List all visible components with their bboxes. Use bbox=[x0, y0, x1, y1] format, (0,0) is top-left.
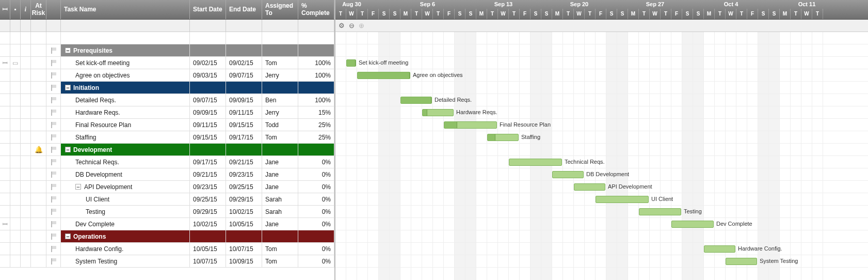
pct-complete-cell[interactable]: 25% bbox=[298, 119, 334, 131]
assigned-to-cell[interactable]: Ben bbox=[262, 94, 298, 106]
end-date-cell[interactable]: 09/02/15 bbox=[226, 57, 262, 69]
zoom-out-icon[interactable]: ⊖ bbox=[349, 22, 355, 29]
end-date-cell[interactable]: 10/09/15 bbox=[226, 255, 262, 267]
end-date-cell[interactable]: 10/07/15 bbox=[226, 243, 262, 255]
start-date-cell[interactable]: 09/23/15 bbox=[190, 181, 226, 193]
start-date-cell[interactable]: 09/29/15 bbox=[190, 206, 226, 217]
start-date-cell[interactable]: 10/02/15 bbox=[190, 218, 226, 230]
group-row[interactable]: −Initiation bbox=[0, 82, 334, 94]
group-row[interactable]: 🔔−Development bbox=[0, 144, 334, 156]
pct-complete-cell[interactable]: 0% bbox=[298, 193, 334, 205]
task-row[interactable]: Technical Reqs.09/17/1509/21/15Jane0% bbox=[0, 156, 334, 168]
task-row[interactable]: Agree on objectives09/03/1509/07/15Jerry… bbox=[0, 69, 334, 82]
end-date-cell[interactable]: 10/05/15 bbox=[226, 218, 262, 230]
gantt-bar[interactable]: Staffing bbox=[487, 134, 519, 141]
col-info[interactable]: i bbox=[21, 0, 31, 19]
end-date-cell[interactable]: 09/15/15 bbox=[226, 119, 262, 131]
col-at-risk[interactable]: At Risk bbox=[31, 0, 46, 19]
task-row[interactable]: UI Client09/25/1509/29/15Sarah0% bbox=[0, 193, 334, 206]
col-end-date[interactable]: End Date bbox=[226, 0, 262, 19]
flag-icon[interactable] bbox=[51, 196, 56, 203]
col-start-date[interactable]: Start Date bbox=[190, 0, 226, 19]
gantt-bar[interactable]: Hardware Reqs. bbox=[422, 109, 454, 116]
flag-icon[interactable] bbox=[51, 159, 56, 165]
pct-complete-cell[interactable]: 0% bbox=[298, 206, 334, 217]
gantt-body[interactable]: Set kick-off meetingAgree on objectivesD… bbox=[335, 32, 868, 280]
task-row[interactable]: Testing09/29/1510/02/15Sarah0% bbox=[0, 206, 334, 218]
flag-icon[interactable] bbox=[51, 234, 56, 240]
flag-icon[interactable] bbox=[51, 110, 56, 116]
comment-icon[interactable]: ▭ bbox=[12, 59, 18, 67]
collapse-icon[interactable]: − bbox=[65, 147, 71, 152]
end-date-cell[interactable]: 09/21/15 bbox=[226, 156, 262, 168]
gantt-bar[interactable]: System Testing bbox=[726, 258, 757, 265]
gantt-bar[interactable]: UI Client bbox=[596, 196, 649, 203]
group-row[interactable]: −Operations bbox=[0, 230, 334, 243]
group-row[interactable]: −Prerequisites bbox=[0, 44, 334, 57]
end-date-cell[interactable]: 09/17/15 bbox=[226, 131, 262, 143]
flag-icon[interactable] bbox=[51, 97, 56, 103]
flag-icon[interactable] bbox=[51, 134, 56, 141]
assigned-to-cell[interactable]: Tom bbox=[262, 131, 298, 143]
pct-complete-cell[interactable]: 0% bbox=[298, 218, 334, 230]
task-row[interactable]: −API Development09/23/1509/25/15Jane0% bbox=[0, 181, 334, 193]
start-date-cell[interactable]: 09/11/15 bbox=[190, 119, 226, 131]
task-row[interactable]: 𝄩▭Set kick-off meeting09/02/1509/02/15To… bbox=[0, 57, 334, 69]
task-row[interactable]: Staffing09/15/1509/17/15Tom25% bbox=[0, 131, 334, 144]
gantt-bar[interactable]: Testing bbox=[639, 208, 681, 215]
assigned-to-cell[interactable]: Jane bbox=[262, 168, 298, 180]
assigned-to-cell[interactable]: Tom bbox=[262, 243, 298, 255]
task-row[interactable]: DB Development09/21/1509/23/15Jane0% bbox=[0, 168, 334, 181]
gantt-bar[interactable]: Set kick-off meeting bbox=[346, 59, 356, 67]
gantt-bar[interactable]: Hardware Config. bbox=[704, 245, 735, 253]
flag-icon[interactable] bbox=[51, 184, 56, 190]
pct-complete-cell[interactable]: 0% bbox=[298, 156, 334, 168]
flag-icon[interactable] bbox=[51, 60, 56, 66]
paperclip-icon[interactable]: 𝄩 bbox=[3, 221, 8, 228]
gantt-bar[interactable]: DB Development bbox=[552, 171, 584, 178]
start-date-cell[interactable]: 09/17/15 bbox=[190, 156, 226, 168]
start-date-cell[interactable]: 10/05/15 bbox=[190, 243, 226, 255]
start-date-cell[interactable]: 10/07/15 bbox=[190, 255, 226, 267]
start-date-cell[interactable]: 09/21/15 bbox=[190, 168, 226, 180]
pct-complete-cell[interactable]: 100% bbox=[298, 57, 334, 69]
gear-icon[interactable]: ⚙ bbox=[339, 22, 345, 29]
assigned-to-cell[interactable]: Sarah bbox=[262, 193, 298, 205]
collapse-icon[interactable]: − bbox=[65, 48, 71, 53]
flag-icon[interactable] bbox=[51, 122, 56, 128]
flag-icon[interactable] bbox=[51, 172, 56, 178]
assigned-to-cell[interactable]: Tom bbox=[262, 57, 298, 69]
col-attachment[interactable]: 𝄩 bbox=[0, 0, 10, 19]
end-date-cell[interactable]: 10/02/15 bbox=[226, 206, 262, 217]
flag-icon[interactable] bbox=[51, 221, 56, 227]
flag-icon[interactable] bbox=[51, 258, 56, 265]
gantt-bar[interactable]: Detailed Reqs. bbox=[400, 97, 432, 104]
task-row[interactable]: System Testing10/07/1510/09/15Tom0% bbox=[0, 255, 334, 268]
collapse-icon[interactable]: − bbox=[65, 85, 71, 90]
assigned-to-cell[interactable]: Jane bbox=[262, 156, 298, 168]
start-date-cell[interactable]: 09/03/15 bbox=[190, 69, 226, 81]
flag-icon[interactable] bbox=[51, 85, 56, 91]
start-date-cell[interactable]: 09/15/15 bbox=[190, 131, 226, 143]
end-date-cell[interactable]: 09/11/15 bbox=[226, 106, 262, 118]
assigned-to-cell[interactable]: Jerry bbox=[262, 106, 298, 118]
gantt-bar[interactable]: Dev Complete bbox=[671, 221, 714, 228]
pct-complete-cell[interactable]: 0% bbox=[298, 255, 334, 267]
gantt-bar[interactable]: Agree on objectives bbox=[357, 72, 410, 79]
col-task-name[interactable]: Task Name bbox=[61, 0, 190, 19]
collapse-icon[interactable]: − bbox=[75, 184, 81, 190]
assigned-to-cell[interactable]: Todd bbox=[262, 119, 298, 131]
pct-complete-cell[interactable]: 0% bbox=[298, 168, 334, 180]
task-row[interactable]: 𝄩Dev Complete10/02/1510/05/15Jane0% bbox=[0, 218, 334, 230]
pct-complete-cell[interactable]: 100% bbox=[298, 69, 334, 81]
col-flag[interactable] bbox=[46, 0, 61, 19]
collapse-icon[interactable]: − bbox=[65, 234, 71, 239]
gantt-bar[interactable]: API Development bbox=[574, 183, 605, 191]
pct-complete-cell[interactable]: 15% bbox=[298, 106, 334, 118]
start-date-cell[interactable]: 09/02/15 bbox=[190, 57, 226, 69]
task-row[interactable]: Detailed Reqs.09/07/1509/09/15Ben100% bbox=[0, 94, 334, 106]
task-row[interactable]: Final Resource Plan09/11/1509/15/15Todd2… bbox=[0, 119, 334, 131]
task-row[interactable]: Hardware Reqs.09/09/1509/11/15Jerry15% bbox=[0, 106, 334, 119]
paperclip-icon[interactable]: 𝄩 bbox=[3, 59, 8, 67]
start-date-cell[interactable]: 09/25/15 bbox=[190, 193, 226, 205]
